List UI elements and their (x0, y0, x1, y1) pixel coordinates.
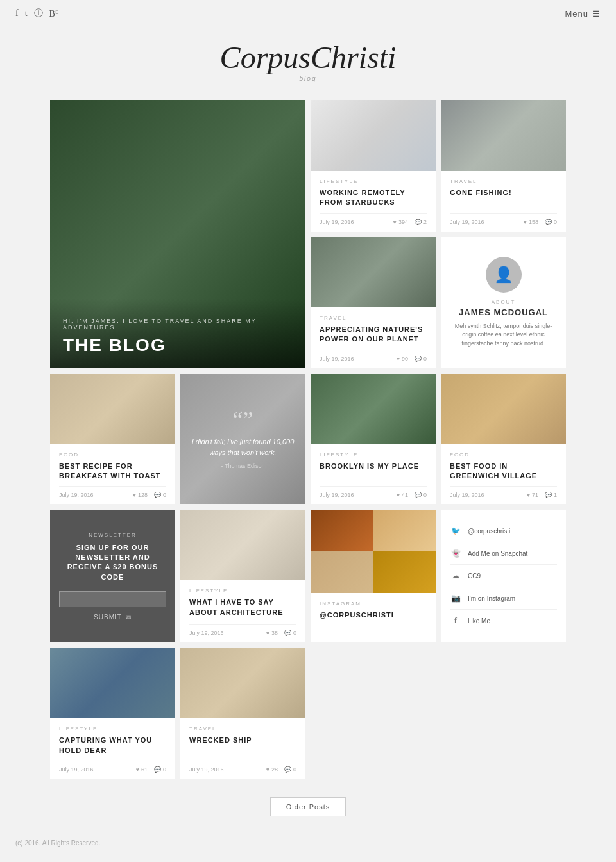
instagram-label: INSTAGRAM (320, 601, 427, 607)
snapchat-link-icon: 👻 (450, 549, 461, 558)
post-card-recipe[interactable]: FOOD BEST RECIPE FOR BREAKFAST WITH TOAS… (50, 374, 175, 505)
about-label: ABOUT (492, 299, 516, 305)
post-likes: ♥ 71 (527, 492, 538, 498)
post-category: TRAVEL (189, 726, 296, 732)
post-image-architecture (180, 510, 305, 580)
post-meta: July 19, 2016 ♥ 38 💬 0 (189, 624, 296, 636)
post-category: FOOD (450, 452, 557, 458)
post-meta: July 19, 2016 ♥ 158 💬 0 (450, 213, 557, 225)
quote-author: - Thomas Edison (221, 463, 265, 469)
post-comments: 💬 0 (415, 356, 427, 362)
copyright-text: (c) 2016. All Rights Reserved. (15, 840, 100, 847)
post-stats: ♥ 38 💬 0 (266, 630, 296, 636)
hero-card[interactable]: HI, I'M JAMES. I LOVE TO TRAVEL AND SHAR… (50, 100, 305, 368)
quote-text: I didn't fail; I've just found 10,000 wa… (189, 436, 296, 458)
main-grid: HI, I'M JAMES. I LOVE TO TRAVEL AND SHAR… (45, 100, 571, 779)
instagram-link-label: I'm on Instagram (468, 595, 515, 602)
post-title: BEST RECIPE FOR BREAKFAST WITH TOAST (59, 461, 166, 481)
older-posts-button[interactable]: Older Posts (270, 797, 346, 816)
post-card-nature[interactable]: TRAVEL APPRECIATING NATURE'S POWER ON OU… (311, 237, 436, 368)
twitter-link[interactable]: 🐦 @corpuschristi (450, 520, 557, 542)
instagram-photo-grid (311, 510, 436, 593)
post-title: GONE FISHING! (450, 188, 557, 198)
post-title: WORKING REMOTELY FROM STARBUCKS (320, 188, 427, 208)
facebook-link-icon: f (450, 616, 461, 626)
post-image-recipe (50, 374, 175, 444)
post-stats: ♥ 394 💬 2 (393, 219, 427, 225)
newsletter-submit-label: Submit (94, 614, 122, 621)
newsletter-email-input[interactable] (59, 591, 166, 607)
post-date: July 19, 2016 (450, 219, 484, 225)
behance-icon[interactable]: Bᴱ (49, 8, 59, 19)
post-body-recipe: FOOD BEST RECIPE FOR BREAKFAST WITH TOAS… (50, 444, 175, 505)
twitter-icon[interactable]: t (25, 8, 28, 19)
post-body-wrecked-ship: TRAVEL WRECKED SHIP July 19, 2016 ♥ 28 💬… (180, 718, 305, 779)
post-card-best-food[interactable]: FOOD BEST FOOD IN GREENWICH VILLAGE July… (441, 374, 566, 505)
quote-mark: “” (233, 408, 253, 431)
post-date: July 19, 2016 (189, 630, 224, 636)
about-card[interactable]: 👤 ABOUT JAMES MCDOUGAL Meh synth Schlitz… (441, 237, 566, 368)
post-card-capturing[interactable]: LIFESTYLE CAPTURING WHAT YOU HOLD DEAR J… (50, 648, 175, 779)
newsletter-submit-button[interactable]: Submit ✉ (94, 614, 132, 621)
post-card-wrecked-ship[interactable]: TRAVEL WRECKED SHIP July 19, 2016 ♥ 28 💬… (180, 648, 305, 779)
post-comments: 💬 0 (284, 630, 296, 636)
post-comments: 💬 0 (284, 766, 296, 773)
post-meta: July 19, 2016 ♥ 90 💬 0 (320, 350, 427, 362)
post-meta: July 19, 2016 ♥ 394 💬 2 (320, 213, 427, 225)
post-comments: 💬 0 (545, 219, 557, 225)
site-footer: (c) 2016. All Rights Reserved. (0, 829, 616, 857)
post-body-brooklyn: LIFESTYLE BROOKLYN IS MY PLACE July 19, … (311, 444, 436, 505)
author-name: JAMES MCDOUGAL (459, 307, 548, 317)
cloud-link[interactable]: ☁ CC9 (450, 565, 557, 587)
post-card-brooklyn[interactable]: LIFESTYLE BROOKLYN IS MY PLACE July 19, … (311, 374, 436, 505)
post-comments: 💬 0 (415, 492, 427, 498)
instagram-icon[interactable]: Ⓘ (34, 8, 43, 19)
facebook-link[interactable]: f Like Me (450, 610, 557, 632)
instagram-card[interactable]: INSTAGRAM @CORPUSCHRISTI (311, 510, 436, 642)
post-likes: ♥ 38 (266, 630, 278, 636)
post-body-gone-fishing: TRAVEL GONE FISHING! July 19, 2016 ♥ 158… (441, 171, 566, 232)
quote-card: “” I didn't fail; I've just found 10,000… (180, 374, 305, 505)
post-category: TRAVEL (320, 315, 427, 321)
author-bio: Meh synth Schlitz, tempor duis single-or… (450, 322, 557, 349)
post-date: July 19, 2016 (450, 492, 484, 498)
post-stats: ♥ 61 💬 0 (136, 766, 166, 773)
site-logo[interactable]: CorpusChristi (0, 40, 616, 75)
post-date: July 19, 2016 (320, 492, 354, 498)
hero-overlay: HI, I'M JAMES. I LOVE TO TRAVEL AND SHAR… (50, 298, 305, 368)
post-image-working-remotely (311, 100, 436, 171)
post-category: LIFESTYLE (189, 588, 296, 594)
post-body-best-food: FOOD BEST FOOD IN GREENWICH VILLAGE July… (441, 444, 566, 505)
post-category: FOOD (59, 452, 166, 458)
snapchat-link[interactable]: 👻 Add Me on Snapchat (450, 542, 557, 565)
post-likes: ♥ 28 (266, 766, 278, 773)
instagram-photo-2 (373, 510, 436, 551)
post-date: July 19, 2016 (189, 766, 224, 773)
post-meta: July 19, 2016 ♥ 128 💬 0 (59, 486, 166, 498)
post-card-gone-fishing[interactable]: TRAVEL GONE FISHING! July 19, 2016 ♥ 158… (441, 100, 566, 232)
post-body-architecture: LIFESTYLE WHAT I HAVE TO SAY ABOUT ARCHI… (180, 580, 305, 642)
post-date: July 19, 2016 (59, 492, 94, 498)
post-likes: ♥ 158 (524, 219, 538, 225)
post-date: July 19, 2016 (59, 766, 94, 773)
post-card-architecture[interactable]: LIFESTYLE WHAT I HAVE TO SAY ABOUT ARCHI… (180, 510, 305, 642)
site-header: f t Ⓘ Bᴱ Menu ☰ (0, 0, 616, 27)
facebook-icon[interactable]: f (15, 8, 19, 19)
post-stats: ♥ 158 💬 0 (524, 219, 557, 225)
hero-subtitle: HI, I'M JAMES. I LOVE TO TRAVEL AND SHAR… (63, 318, 293, 331)
post-title: BEST FOOD IN GREENWICH VILLAGE (450, 461, 557, 481)
hero-title: THE BLOG (63, 336, 293, 356)
menu-button[interactable]: Menu ☰ (565, 9, 601, 19)
instagram-link[interactable]: 📷 I'm on Instagram (450, 587, 557, 610)
post-likes: ♥ 61 (136, 766, 148, 773)
post-category: LIFESTYLE (320, 178, 427, 184)
post-stats: ♥ 71 💬 1 (527, 492, 557, 498)
newsletter-card: NEWSLETTER SIGN UP FOR OUR NEWSLETTER AN… (50, 510, 175, 642)
post-card-working-remotely[interactable]: LIFESTYLE WORKING REMOTELY FROM STARBUCK… (311, 100, 436, 232)
snapchat-link-label: Add Me on Snapchat (468, 550, 527, 557)
post-date: July 19, 2016 (320, 356, 354, 362)
post-title: CAPTURING WHAT YOU HOLD DEAR (59, 736, 166, 755)
post-category: LIFESTYLE (320, 452, 427, 458)
post-body-working-remotely: LIFESTYLE WORKING REMOTELY FROM STARBUCK… (311, 171, 436, 232)
newsletter-category: NEWSLETTER (89, 532, 137, 538)
